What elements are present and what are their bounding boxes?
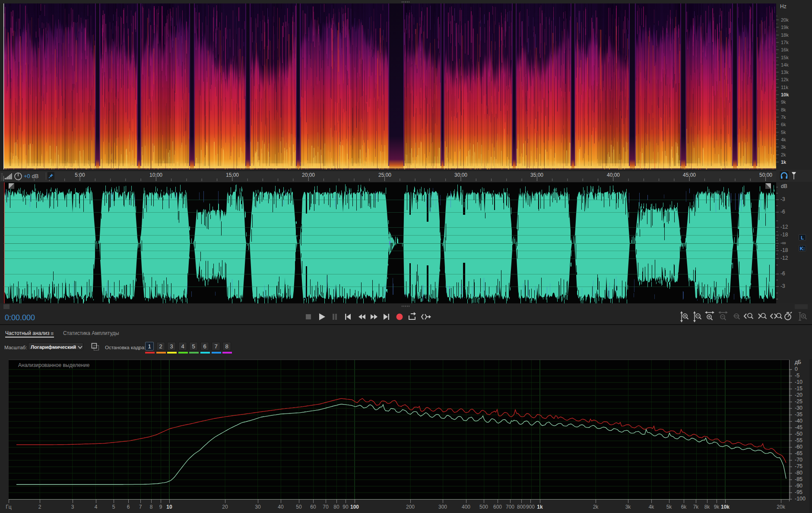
svg-text:Анализированное выделение: Анализированное выделение — [18, 362, 90, 368]
